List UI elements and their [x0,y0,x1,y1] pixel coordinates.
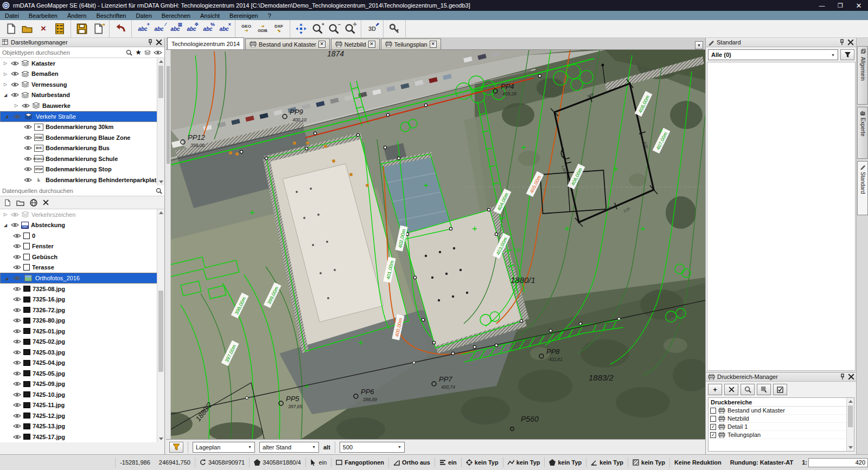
map-canvas[interactable]: 1874 1880/1 1883/2 1880/2 P560 LN PP4405… [171,50,705,439]
tree-item-orthofoto[interactable]: 7425-01.jpg [0,326,164,337]
tree-item-verkehrszeichen[interactable]: ▷Verkehrszeichen [0,209,164,220]
close-tab-icon[interactable]: ✕ [318,41,326,48]
menu-beschriften[interactable]: Beschriften [91,12,131,19]
maximize-button[interactable]: ❐ [831,0,850,11]
parcel-indicator[interactable]: 34058#1880/4 [249,458,305,467]
menu-datei[interactable]: Datei [0,12,24,19]
add-web-source-icon[interactable] [30,199,37,207]
tree-item-orthofoto[interactable]: 7425-17.jpg [0,432,164,442]
tree-item-orthofoto[interactable]: 7325-08.jpg [0,284,164,294]
line-type[interactable]: kein Typ [503,458,545,467]
tree-item-terasse[interactable]: Terasse [0,262,164,273]
tree-item-orthofoto[interactable]: 7425-13.jpg [0,421,164,432]
menu-aendern[interactable]: Ändern [62,12,91,19]
tree-item-bodenmarkierung-stop[interactable]: STOPBodenmarkierung Stop [0,164,164,175]
dxf-export-button[interactable]: DXF⬊ [271,21,287,36]
label-scale-button[interactable]: abc% [200,21,216,36]
point-type[interactable]: kein Typ [461,458,503,467]
tree-item-orthofoto[interactable]: 7425-09.jpg [0,379,164,390]
delete-button[interactable]: × [35,21,52,36]
tree-item-layer-0[interactable]: 0 [0,230,164,241]
remove-source-icon[interactable] [43,199,49,205]
close-button[interactable]: ✕ [850,0,868,11]
tree-item-orthofoto[interactable]: 7425-05.jpg [0,368,164,379]
favorites-icon[interactable]: ★ [135,48,142,56]
pin-icon[interactable] [839,374,846,380]
area-type[interactable]: kein Typ [544,458,586,467]
tab-list-dropdown[interactable]: ▼ [695,41,703,49]
tree-item-bodenmarkierung-schule[interactable]: SCHULEBodenmarkierung Schule [0,153,164,164]
menu-daten[interactable]: Daten [131,12,156,19]
stand-select[interactable]: alter Stand▼ [259,442,319,453]
close-icon[interactable] [156,39,162,46]
label-add-button[interactable]: abc+ [135,21,151,36]
cursor-toggle[interactable]: ein [305,458,331,467]
pin-icon[interactable] [147,39,154,46]
fangoptionen-toggle[interactable]: Fangoptionen [331,458,388,467]
side-tab-allgemein[interactable]: Allgemein [857,46,868,105]
menu-bereinigen[interactable]: Bereinigen [225,12,263,19]
geo-export-button[interactable]: GEO➔ [238,21,254,36]
menu-berechnen[interactable]: Berechnen [157,12,195,19]
printarea-row-netzbild[interactable]: Netzbild [709,415,854,423]
search-icon[interactable] [126,49,132,56]
plan-select[interactable]: Lageplan▼ [193,442,255,453]
properties-list[interactable] [707,62,856,371]
tree-item-verkehr-strasse[interactable]: ◢Verkehr Straße [0,111,164,122]
tree-item-orthofoto[interactable]: 7326-72.jpg [0,305,164,316]
add-printarea-button[interactable]: + [708,384,722,395]
filter-button[interactable] [169,442,183,453]
minimize-button[interactable]: — [813,0,831,11]
angle-type[interactable]: kein Typ [586,458,628,467]
zoom-extent-button[interactable]: ✛ [342,21,358,36]
close-icon[interactable] [847,39,854,46]
tree-item-orthofoto[interactable]: 7425-10.jpg [0,389,164,400]
tree-item-orthofoto[interactable]: 7425-12.jpg [0,410,164,421]
save-button[interactable] [74,21,90,36]
printarea-row-bestand-und-kataster[interactable]: Bestand und Kataster [709,407,854,415]
tree-item-bauwerke[interactable]: ▷Bauwerke [0,100,164,111]
layers-icon[interactable] [144,49,151,56]
tree-item-vermessung[interactable]: ▷Vermessung [0,79,164,90]
menu-help[interactable]: ? [263,12,276,19]
tree-item-bodenmarkierung-blaue-zone[interactable]: ZONEBodenmarkierung Blaue Zone [0,132,164,143]
tree-scrollbar[interactable] [157,209,164,442]
tree-item-orthofoto[interactable]: 7425-03.jpg [0,347,164,358]
close-tab-icon[interactable]: ✕ [430,41,437,48]
check-printarea-button[interactable] [773,384,787,395]
tab-netzbild[interactable]: Netzbild✕ [331,38,380,49]
open-button[interactable] [19,21,35,36]
layer-toggle[interactable]: ein [435,458,461,467]
close-tab-icon[interactable]: ✕ [368,41,375,48]
tree-item-naturbestand[interactable]: ◢Naturbestand [0,90,164,101]
undo-button[interactable] [112,21,129,36]
label-edit-button[interactable]: abc∕ [151,21,167,36]
printarea-row-detail-1[interactable]: Detail 1 [709,423,854,431]
tree-item-absteckung[interactable]: ◢Absteckung [0,220,164,231]
label-grid-button[interactable]: abc▦ [167,21,183,36]
tab-technologiezentrum-2014[interactable]: Technologiezentrum 2014 [167,37,244,49]
checkbox[interactable] [710,416,716,422]
identify-button[interactable] [386,21,403,36]
tree-item-orthofotos-2016[interactable]: ◢Orthofotos_2016 [0,273,164,284]
tree-item-orthofoto[interactable]: 7326-80.jpg [0,316,164,326]
object-manager-button[interactable] [52,21,68,36]
tree-item-bodenmarkierung-bus[interactable]: BUSBodenmarkierung Bus [0,143,164,154]
gdb-export-button[interactable]: ➔GDB [254,21,271,36]
tree-item-orthofoto[interactable]: 7325-16.jpg [0,294,164,305]
tab-bestand-und-kataster[interactable]: Bestand und Kataster✕ [245,38,330,49]
checkbox[interactable] [710,424,716,430]
scale-input[interactable] [808,458,868,467]
tree-item-bodenmarkierung-behindertenparkplatz[interactable]: ♿Bodenmarkierung Behindertenparkplatz [0,175,164,185]
label-delete-button[interactable]: abc× [216,21,232,36]
tree-item-gebuesch[interactable]: Gebüsch [0,252,164,262]
tree-scrollbar[interactable] [157,58,164,185]
printarea-row-teilungsplan[interactable]: Teilungsplan [709,431,854,439]
tree-item-kataster[interactable]: ▷Kataster [0,58,164,69]
side-tab-experte[interactable]: Experte [857,107,868,159]
hatch-type[interactable]: kein Typ [628,458,669,467]
tree-item-fenster[interactable]: Fenster [0,241,164,252]
zoom-printarea-button[interactable] [741,384,755,395]
search-icon[interactable] [156,188,162,194]
tab-teilungsplan[interactable]: Teilungsplan✕ [381,38,441,49]
